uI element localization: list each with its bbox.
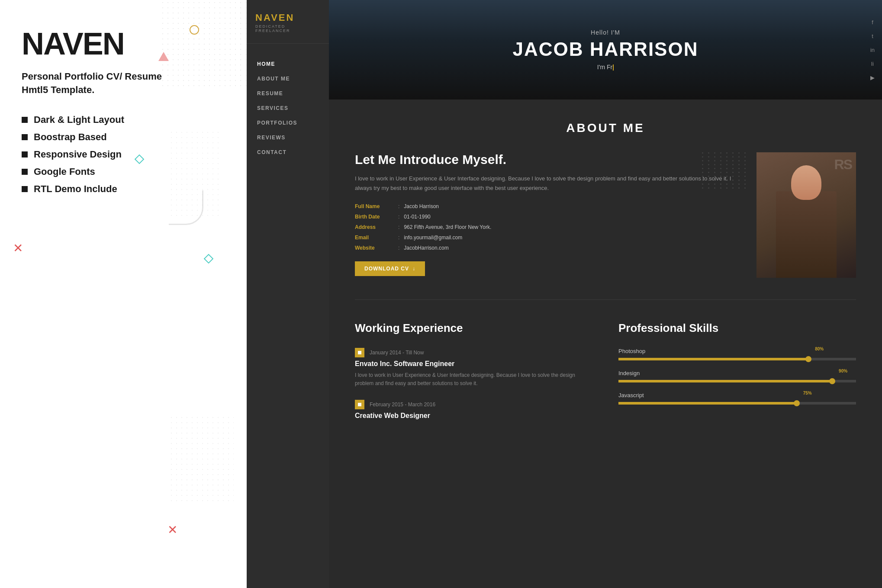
linkedin-icon[interactable]: li (868, 59, 877, 68)
download-icon: ↓ (412, 266, 415, 272)
left-panel: ✕ ✕ NAVEN Personal Portfolio CV/ ResumeH… (0, 0, 247, 588)
skill-bar-fill-3: 75% (618, 402, 797, 405)
timeline-date-row-2: February 2015 - March 2016 (355, 400, 592, 409)
info-value-email: info.yourmail@gmail.com (404, 235, 462, 241)
about-intro-title: Let Me Introduce Myself. (355, 152, 739, 167)
sidebar-logo-title: NAVEN (255, 12, 320, 23)
info-row-address: Address : 962 Fifth Avenue, 3rd Floor Ne… (355, 224, 739, 230)
timeline-date-row: January 2014 - Till Now (355, 348, 592, 357)
skill-pct: 80% (815, 347, 824, 351)
timeline-job-title: Envato Inc. Software Engineer (355, 360, 592, 368)
sidebar-nav: NAVEN DEDICATED FREELANCER HOME ABOUT ME… (247, 0, 329, 588)
main-content: Hello! I'M JACOB HARRISON I'm Fr f t in … (329, 0, 882, 588)
sidebar-item-home[interactable]: HOME (247, 57, 329, 71)
info-row-birth: Birth Date : 01-01-1990 (355, 214, 739, 220)
info-row-name: Full Name : Jacob Harrison (355, 203, 739, 209)
social-icons: f t in li ▶ (863, 0, 882, 100)
section-label: ABOUT ME (355, 121, 856, 135)
timeline-icon-2 (355, 400, 364, 409)
info-label-email: Email (355, 235, 394, 241)
brand-title: NAVEN (22, 26, 225, 61)
skill-bar-dot-3: 75% (794, 400, 800, 406)
timeline-icon-inner-2 (358, 403, 361, 406)
skill-item-javascript: Javascript 75% (618, 392, 856, 405)
bullet-icon (22, 186, 28, 192)
about-photo: RS (756, 152, 856, 278)
x-decoration-bottom: ✕ (167, 524, 177, 536)
skill-pct-3: 75% (803, 391, 812, 395)
download-cv-button[interactable]: DOWNLOAD CV ↓ (355, 261, 425, 276)
twitter-icon[interactable]: t (868, 32, 877, 40)
skills-title: Professional Skills (618, 321, 856, 335)
experience-title: Working Experience (355, 321, 592, 335)
bullet-icon (22, 117, 28, 123)
dot-pattern-bottom (169, 415, 234, 501)
sidebar-item-services[interactable]: SERVICES (247, 101, 329, 116)
feature-item: Responsive Design (22, 149, 225, 160)
hero-role: I'm Fr (513, 64, 699, 71)
info-row-website: Website : JacobHarrison.com (355, 245, 739, 251)
info-row-email: Email : info.yourmail@gmail.com (355, 235, 739, 241)
timeline-date-2: February 2015 - March 2016 (370, 402, 435, 408)
skill-item-photoshop: Photoshop 80% (618, 348, 856, 360)
youtube-icon[interactable]: ▶ (868, 73, 877, 82)
sidebar-item-resume[interactable]: RESUME (247, 86, 329, 101)
sidebar-item-portfolios[interactable]: PORTFOLIOS (247, 116, 329, 130)
skill-item-indesign: Indesign 90% (618, 370, 856, 382)
skill-bar-fill-2: 90% (618, 380, 832, 382)
sidebar-logo: NAVEN DEDICATED FREELANCER (247, 0, 329, 44)
info-label-name: Full Name (355, 203, 394, 209)
info-value-birth: 01-01-1990 (404, 214, 430, 220)
timeline-job-title-2: Creative Web Designer (355, 412, 592, 420)
skill-pct-2: 90% (839, 369, 847, 373)
hero-content: Hello! I'M JACOB HARRISON I'm Fr (513, 29, 699, 71)
skills-panel: Professional Skills Photoshop 80% Indesi… (618, 321, 856, 432)
skill-bar-dot: 80% (805, 356, 811, 362)
info-value-name: Jacob Harrison (404, 203, 439, 209)
hero-name: JACOB HARRISON (513, 39, 699, 60)
skill-label-3: Javascript (618, 392, 856, 398)
info-value-website: JacobHarrison.com (404, 245, 448, 251)
feature-item: Dark & Light Layout (22, 114, 225, 125)
skill-bar-dot-2: 90% (829, 378, 835, 384)
bullet-icon (22, 169, 28, 175)
feature-item: RTL Demo Include (22, 183, 225, 195)
timeline-item-1: January 2014 - Till Now Envato Inc. Soft… (355, 348, 592, 388)
x-decoration-left: ✕ (13, 242, 23, 254)
right-panel: NAVEN DEDICATED FREELANCER HOME ABOUT ME… (247, 0, 882, 588)
brand-subtitle: Personal Portfolio CV/ ResumeHmtl5 Templ… (22, 70, 225, 97)
skill-label-2: Indesign (618, 370, 856, 376)
instagram-icon[interactable]: in (868, 45, 877, 54)
about-left: Let Me Introduce Myself. I love to work … (355, 152, 739, 278)
bullet-icon (22, 151, 28, 157)
about-right: // Generate dot grid inline for(let i=0;… (756, 152, 856, 278)
about-grid: Let Me Introduce Myself. I love to work … (355, 152, 856, 278)
sidebar-item-contact[interactable]: CONTACT (247, 145, 329, 160)
timeline-item-2: February 2015 - March 2016 Creative Web … (355, 400, 592, 420)
info-label-birth: Birth Date (355, 214, 394, 220)
curve-decoration (169, 190, 203, 225)
facebook-icon[interactable]: f (868, 18, 877, 26)
timeline-date: January 2014 - Till Now (370, 350, 424, 356)
experience-panel: Working Experience January 2014 - Till N… (355, 321, 592, 432)
skill-bar-bg-2: 90% (618, 380, 856, 382)
info-table: Full Name : Jacob Harrison Birth Date : … (355, 203, 739, 251)
sidebar-item-reviews[interactable]: REVIEWS (247, 130, 329, 145)
bullet-icon (22, 134, 28, 140)
timeline-icon (355, 348, 364, 357)
sidebar-nav-items: HOME ABOUT ME RESUME SERVICES PORTFOLIOS… (247, 44, 329, 173)
features-list: Dark & Light Layout Boostrap Based Respo… (22, 114, 225, 195)
exp-skills-section: Working Experience January 2014 - Till N… (329, 300, 882, 453)
hero-section: Hello! I'M JACOB HARRISON I'm Fr f t in … (329, 0, 882, 100)
skill-bar-bg: 80% (618, 358, 856, 360)
diamond-decoration-teal2 (204, 254, 214, 264)
timeline-icon-inner (358, 351, 361, 354)
sidebar-logo-sub: DEDICATED FREELANCER (255, 24, 320, 33)
sidebar-item-about[interactable]: ABOUT ME (247, 71, 329, 86)
person-photo: RS (756, 152, 856, 278)
dot-grid-decoration: // Generate dot grid inline for(let i=0;… (702, 152, 748, 189)
skill-bar-bg-3: 75% (618, 402, 856, 405)
skill-bar-fill: 80% (618, 358, 808, 360)
about-section: ABOUT ME Let Me Introduce Myself. I love… (329, 100, 882, 299)
typing-cursor (613, 64, 614, 71)
